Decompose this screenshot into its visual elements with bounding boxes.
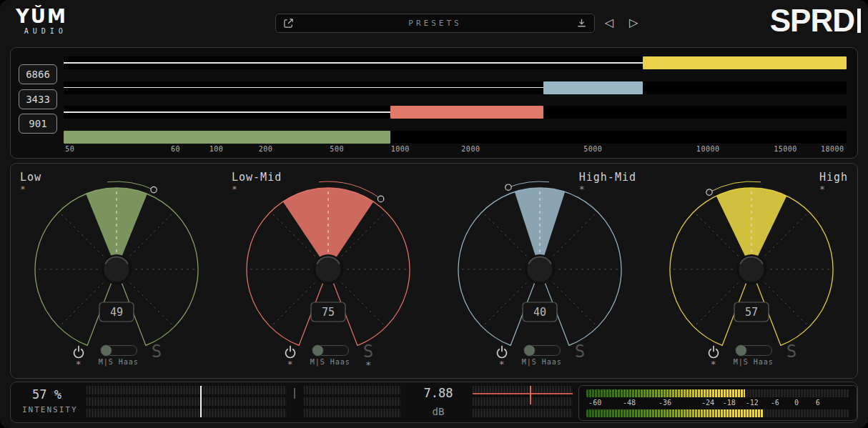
save-preset-icon[interactable]	[576, 17, 588, 29]
intensity-indicator[interactable]	[200, 386, 202, 417]
meter-level-top	[586, 389, 745, 397]
freq-axis-label: 18000	[821, 145, 844, 153]
solo-button[interactable]: S	[575, 344, 585, 359]
slider-texture	[87, 386, 287, 394]
meter-scale: -60-48-36-24-18-12-606	[586, 399, 849, 407]
crossover-line[interactable]	[64, 87, 543, 89]
ms-haas-label: M|S Haas	[310, 358, 350, 366]
spread-dial[interactable]: 75	[228, 179, 428, 358]
slider-texture	[473, 397, 573, 406]
output-gain-unit: dB	[404, 406, 473, 417]
slider-texture	[304, 386, 401, 394]
crossover-line[interactable]	[64, 111, 390, 113]
meter-bar-top	[586, 389, 849, 397]
freq-band-row[interactable]	[64, 56, 847, 69]
band-segment[interactable]	[543, 81, 643, 94]
next-preset-button[interactable]: ▷	[629, 16, 638, 29]
output-slider-left[interactable]	[304, 386, 401, 417]
band-asterisk: *	[20, 186, 26, 192]
band-label: High *	[819, 171, 848, 192]
logo-text: YŬM	[16, 6, 67, 26]
dial-value: 40	[533, 306, 546, 319]
crossover-line[interactable]	[64, 62, 643, 64]
crossover-value-box[interactable]: 901	[19, 114, 57, 134]
power-asterisk: *	[76, 361, 82, 367]
power-button[interactable]	[495, 344, 509, 359]
spread-dial[interactable]: 49	[16, 179, 217, 358]
meter-scale-label: -48	[623, 399, 636, 407]
meter-scale-label: -24	[701, 399, 714, 407]
freq-band-row[interactable]	[64, 81, 847, 94]
band-segment[interactable]	[643, 56, 847, 69]
freq-band-row[interactable]	[64, 106, 847, 119]
dial-tick	[483, 213, 527, 257]
toggle-knob	[100, 344, 112, 357]
meter-scale-label: 0	[794, 399, 799, 407]
footer-bar: 57 % INTENSITY 7.88 dB -60-48-36-24-1	[10, 382, 858, 423]
export-preset-icon[interactable]	[282, 17, 295, 29]
crossover-value-box[interactable]: 6866	[19, 64, 57, 84]
ms-haas-toggle[interactable]	[100, 345, 137, 356]
solo-button[interactable]: S	[152, 344, 162, 359]
intensity-slider[interactable]	[87, 386, 287, 417]
intensity-label: INTENSITY	[22, 405, 78, 414]
spread-handle[interactable]	[706, 189, 712, 195]
power-button[interactable]	[71, 344, 86, 359]
freq-axis-label: 50	[65, 145, 74, 153]
dial-tick	[553, 213, 596, 257]
meter-scale-label: -18	[723, 399, 736, 407]
power-button[interactable]	[283, 344, 297, 359]
spread-handle[interactable]	[378, 196, 383, 201]
meter-scale-label: 6	[816, 399, 820, 407]
logo-subtext: AUDIO	[16, 27, 67, 35]
output-marker[interactable]	[530, 386, 531, 404]
freq-axis-label: 15000	[774, 145, 797, 153]
preset-bar[interactable]: PRESETS	[275, 14, 595, 33]
dial-value: 49	[110, 306, 123, 319]
freq-axis-label: 2000	[461, 145, 480, 153]
dial-controls: * M|S Haas S *	[11, 344, 222, 368]
meter-scale-label: -60	[588, 399, 601, 407]
prev-preset-button[interactable]: ◁	[605, 16, 613, 29]
ms-haas-toggle[interactable]	[735, 345, 772, 356]
spread-handle[interactable]	[505, 184, 511, 190]
sprd-logo-bar	[857, 9, 861, 33]
band-label-text: High-Mid	[579, 171, 636, 184]
meter-scale-label: -12	[746, 399, 759, 407]
band-label-text: Low-Mid	[232, 171, 282, 184]
freq-axis-label: 500	[330, 145, 344, 153]
power-asterisk: *	[711, 361, 716, 367]
ms-haas-label: M|S Haas	[734, 358, 774, 366]
solo-button[interactable]: S	[363, 344, 373, 359]
dial-controls: * M|S Haas S *	[222, 344, 434, 368]
output-gain: 7.88 dB	[404, 382, 473, 422]
band-segment[interactable]	[64, 131, 390, 144]
spread-handle[interactable]	[151, 186, 157, 192]
band-segment[interactable]	[390, 106, 544, 119]
power-asterisk: *	[499, 361, 505, 367]
crossover-value-box[interactable]: 3433	[19, 89, 57, 109]
freq-band-row[interactable]	[64, 131, 847, 144]
presets-label[interactable]: PRESETS	[408, 19, 461, 28]
intensity-value: 57 %	[32, 387, 61, 402]
dial-controls: * M|S Haas S *	[434, 344, 646, 368]
output-slider-right[interactable]	[473, 386, 573, 417]
freq-axis-label: 10000	[696, 145, 720, 153]
ms-haas-toggle[interactable]	[312, 345, 349, 356]
meter-scale-label: -6	[771, 399, 779, 407]
toggle-knob	[523, 344, 536, 357]
band-label: Low *	[20, 171, 41, 192]
slider-texture	[87, 409, 287, 417]
output-gain-value[interactable]: 7.88	[404, 386, 473, 400]
dial-low: Low * 49 * M|S Haas S *	[11, 164, 222, 378]
spread-dial[interactable]: 57	[651, 179, 852, 358]
crossover-values: 68663433901	[19, 48, 60, 158]
ms-haas-toggle[interactable]	[523, 345, 561, 356]
solo-asterisk: *	[365, 362, 371, 368]
solo-button[interactable]: S	[786, 344, 797, 359]
dial-high: High * 57 * M|S Haas S *	[646, 164, 857, 378]
band-asterisk: *	[579, 186, 585, 192]
power-button[interactable]	[706, 344, 721, 359]
ms-haas-label: M|S Haas	[99, 358, 139, 366]
spread-dial[interactable]: 40	[440, 179, 640, 358]
